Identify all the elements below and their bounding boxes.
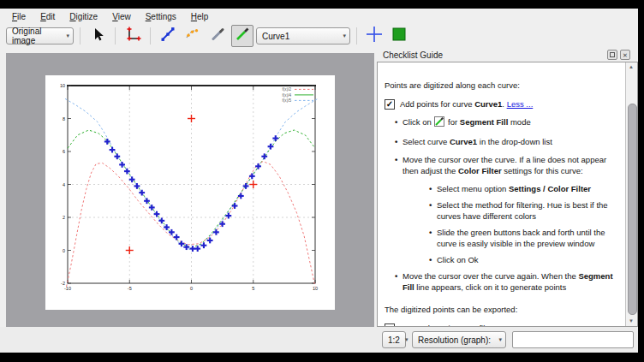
export-item: Export the points to a file. More <box>385 323 621 326</box>
checklist-link[interactable]: More <box>494 323 513 326</box>
digitized-point <box>255 163 261 169</box>
float-panel-button[interactable] <box>607 50 617 60</box>
menu-item-view[interactable]: View <box>112 12 131 21</box>
checklist-scrollbar[interactable]: ▲ ▼ <box>625 62 637 326</box>
close-panel-button[interactable]: ✕ <box>620 50 630 60</box>
digitized-point <box>158 217 164 223</box>
curve-point-tool-button[interactable] <box>157 25 179 47</box>
bullet-dot: • <box>429 183 437 194</box>
menu-item-file[interactable]: File <box>12 12 26 21</box>
checklist-bullet: •Move the cursor over the curve again. W… <box>385 270 621 293</box>
graph-image[interactable]: -10-50510-20246810f(x)/2f(x)/4f(x)/5 <box>45 75 335 310</box>
bullet-text: Select menu option Settings / Color Filt… <box>437 183 621 194</box>
checklist-panel-title: Checklist Guide <box>383 50 443 60</box>
plot-svg: -10-50510-20246810f(x)/2f(x)/4f(x)/5 <box>45 75 335 310</box>
graph-canvas[interactable]: -10-50510-20246810f(x)/2f(x)/4f(x)/5 <box>6 53 374 327</box>
checklist-bullet: •Select the method for filtering. Hue is… <box>385 199 621 222</box>
toolbar: Original image ▾ <box>0 24 638 48</box>
view-selector-label: Original image <box>12 27 61 45</box>
checklist-bullet: •Move the cursor over the curve. If a li… <box>385 154 621 176</box>
view-selector-combo[interactable]: Original image ▾ <box>6 27 74 45</box>
bullet-text: Select the method for filtering. Hue is … <box>437 199 621 222</box>
menu-item-edit[interactable]: Edit <box>40 12 55 21</box>
svg-text:5: 5 <box>252 286 254 291</box>
crosshair-indicator <box>363 25 385 47</box>
add-points-item: ✓Add points for curve Curve1. Less ... <box>385 98 621 110</box>
menu-item-help[interactable]: Help <box>191 12 209 21</box>
checklist-bullet: •Click on for Segment Fill mode <box>385 116 621 129</box>
bullet-dot: • <box>395 136 402 147</box>
digitized-point <box>169 229 175 235</box>
legend-entry: f(x)/5 <box>283 98 292 103</box>
digitized-point <box>238 193 244 199</box>
toolbar-separator <box>115 27 116 45</box>
checklist-content: Points are digitized along each curve:✓A… <box>377 62 638 327</box>
toolbar-separator <box>356 27 357 45</box>
zoom-combo[interactable]: 1:2 ▾ <box>382 331 406 348</box>
axis-point <box>188 115 195 122</box>
segment-fill-icon <box>434 116 444 129</box>
bullet-dot: • <box>395 116 402 129</box>
segment-fill-tool-button[interactable] <box>231 25 253 47</box>
zoom-value: 1:2 <box>388 335 400 345</box>
point-match-tool-button[interactable] <box>182 25 204 47</box>
digitized-point <box>268 144 274 150</box>
segment-fill-icon <box>234 26 251 46</box>
curve-selector-combo[interactable]: Curve1 ▾ <box>256 27 350 45</box>
checklist-export-intro: The digitized points can be exported: <box>385 304 621 315</box>
axis-points-icon <box>124 26 141 46</box>
resolution-combo[interactable]: Resolution (graph): ▾ <box>412 331 506 348</box>
scroll-up-arrow-icon[interactable]: ▲ <box>626 62 636 72</box>
eyedropper-icon <box>209 26 226 46</box>
chevron-down-icon: ▾ <box>61 33 69 39</box>
menubar: FileEditDigitizeViewSettingsHelp <box>0 9 638 24</box>
export-item-checkbox[interactable] <box>385 323 395 326</box>
checklist-body: Points are digitized along each curve:✓A… <box>378 62 625 326</box>
statusbar-input[interactable] <box>512 331 634 348</box>
digitized-point <box>164 224 170 230</box>
resolution-label: Resolution (graph): <box>418 335 491 345</box>
bullet-dot: • <box>429 199 437 222</box>
chevron-down-icon: ▾ <box>400 336 408 343</box>
bullet-text: Slide the green buttons back and forth u… <box>437 227 621 249</box>
toolbar-separator <box>80 27 80 45</box>
axis-point <box>249 181 257 188</box>
svg-text:8: 8 <box>63 116 65 122</box>
digitized-point <box>213 229 219 235</box>
scroll-down-arrow-icon[interactable]: ▼ <box>626 317 636 326</box>
point-match-icon <box>184 26 201 46</box>
svg-text:10: 10 <box>60 83 65 88</box>
svg-text:-10: -10 <box>64 286 71 291</box>
svg-text:-5: -5 <box>128 286 132 291</box>
legend-entry: f(x)/4 <box>283 93 292 98</box>
svg-text:4: 4 <box>63 182 65 187</box>
screen: FileEditDigitizeViewSettingsHelp Origina… <box>0 0 644 362</box>
checklist-link[interactable]: Less ... <box>507 99 534 109</box>
scrollbar-thumb[interactable] <box>628 104 637 315</box>
chevron-down-icon: ▾ <box>337 33 346 39</box>
crosshair-icon <box>366 26 383 46</box>
bullet-dot: • <box>395 270 402 293</box>
checklist-bullet: •Click on Ok <box>385 254 621 265</box>
checklist-panel-titlebar[interactable]: Checklist Guide ✕ <box>377 48 638 62</box>
color-picker-tool-button[interactable] <box>206 25 229 47</box>
checklist-bullet: •Select menu option Settings / Color Fil… <box>385 183 621 194</box>
menu-item-digitize[interactable]: Digitize <box>69 12 98 21</box>
digitized-point <box>179 240 185 246</box>
svg-text:-2: -2 <box>61 281 65 286</box>
toolbar-separator <box>150 27 151 45</box>
axis-point-tool-button[interactable] <box>122 25 144 47</box>
close-icon: ✕ <box>623 52 628 58</box>
add-points-item-checkbox[interactable]: ✓ <box>385 99 395 110</box>
curve-color-swatch <box>388 25 410 47</box>
menu-item-settings[interactable]: Settings <box>146 12 176 21</box>
float-icon <box>610 52 615 57</box>
curve-red <box>67 162 315 287</box>
cursor-arrow-icon <box>89 26 106 46</box>
select-tool-button[interactable] <box>86 25 109 47</box>
svg-text:2: 2 <box>63 215 65 220</box>
svg-text:0: 0 <box>190 286 193 291</box>
add-points-item-label: Add points for curve Curve1. Less ... <box>400 98 533 110</box>
digitized-point <box>110 147 116 153</box>
svg-text:6: 6 <box>63 149 65 154</box>
